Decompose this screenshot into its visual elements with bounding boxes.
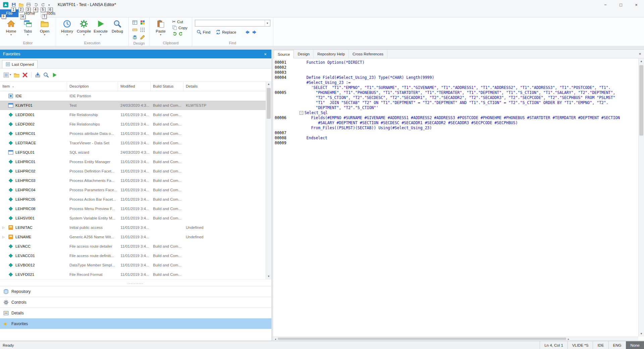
table-row[interactable]: LEVBO012DataType Member Simpl...11/01/20… — [0, 260, 266, 270]
design-edit-tool[interactable] — [139, 34, 146, 41]
tab-repository-help[interactable]: Repository Help — [314, 50, 349, 58]
scroll-right-icon[interactable]: ► — [566, 337, 571, 341]
code-line: 00006Fields(#EMPNO #SURNAME #GIVENAME #A… — [273, 115, 638, 120]
tabs-button[interactable]: Tabs▾ — [19, 18, 36, 36]
column-header-build-status[interactable]: Build Status — [151, 82, 183, 91]
table-row[interactable]: LEVACC01File access route definiti...11/… — [0, 251, 266, 260]
scroll-down-icon[interactable]: ▼ — [266, 273, 271, 279]
execute-button[interactable]: Execute▾ — [92, 18, 109, 36]
nav-item-repository[interactable]: Repository — [0, 286, 271, 297]
nav-item-controls[interactable]: Controls — [0, 297, 271, 307]
combo-dropdown-icon[interactable]: ▾ — [265, 20, 270, 26]
maximize-button[interactable]: □ — [613, 0, 629, 9]
open-button[interactable]: Open▾ — [36, 18, 53, 36]
code-line: 00007 — [273, 131, 638, 136]
code-line: From_Files((PSLMST)(SECTAB)) Using(#Sele… — [273, 126, 638, 131]
compile-button[interactable]: Compile▾ — [75, 18, 92, 36]
table-row[interactable]: LEVFD021File Record Format11/01/2019 3:4… — [0, 270, 266, 279]
undo-green-icon[interactable] — [172, 31, 177, 36]
table-row[interactable]: LEHPRC01Process Entity Manager11/01/2019… — [0, 157, 266, 166]
collapse-icon[interactable]: − — [300, 111, 303, 115]
find-button[interactable]: Find — [195, 29, 212, 35]
scrollbar-thumb[interactable] — [278, 338, 566, 340]
scrollbar-thumb[interactable] — [639, 65, 643, 136]
find-next-icon[interactable] — [252, 30, 257, 35]
ribbon-tab-file[interactable]: FileF — [0, 9, 18, 17]
find-input[interactable] — [195, 20, 265, 26]
tab-design[interactable]: Design — [294, 50, 314, 58]
table-row[interactable]: IDEIDE Partition — [0, 91, 266, 101]
design-snap-tool[interactable] — [139, 27, 146, 33]
scroll-up-icon[interactable]: ▲ — [266, 81, 271, 87]
close-pane-button[interactable]: × — [636, 50, 644, 58]
home-button[interactable]: Home▾ — [3, 18, 19, 36]
column-header-details[interactable]: Details — [183, 82, 266, 91]
scroll-down-icon[interactable]: ▼ — [639, 331, 644, 337]
table-row[interactable]: LEHPRC02Process Definition Facet...11/01… — [0, 166, 266, 176]
nav-item-favorites[interactable]: ★Favorites — [0, 318, 271, 329]
tab-source[interactable]: Source — [274, 50, 294, 58]
scroll-left-icon[interactable]: ◄ — [273, 337, 278, 341]
customize-qat-button[interactable]: ▾6 — [48, 2, 54, 8]
print-button[interactable]: 3 — [25, 2, 32, 8]
find-previous-icon[interactable] — [245, 30, 250, 35]
find-combobox[interactable]: ▾ — [195, 20, 270, 27]
table-row[interactable]: LEDPRC01Process attribute Data o...11/01… — [0, 129, 266, 138]
history-button[interactable]: History▾ — [59, 18, 75, 36]
table-row[interactable]: ▷LENAMEGeneric A256 Name Wit...11/01/201… — [0, 232, 266, 242]
tab-cross-references[interactable]: Cross References — [349, 50, 387, 58]
replace-button[interactable]: Replace — [214, 29, 238, 35]
paste-button[interactable]: Paste ▾ — [152, 18, 169, 36]
new-favorite-button[interactable] — [14, 71, 19, 79]
panel-splitter[interactable]: .......... — [0, 279, 271, 286]
close-panel-button[interactable]: × — [262, 52, 268, 57]
table-row[interactable]: LEHPRC05Process Action Bar Facet...11/01… — [0, 195, 266, 204]
nav-item-details[interactable]: Details — [0, 307, 271, 318]
table-row[interactable]: LEHSV001System Variable Entity M...11/01… — [0, 213, 266, 223]
table-row[interactable]: LEHPRC03Process Attachments Fa...11/01/2… — [0, 176, 266, 185]
modified-cell: 11/01/2019 3:4... — [118, 195, 151, 204]
scroll-up-icon[interactable]: ▲ — [639, 58, 644, 64]
scrollbar-thumb[interactable] — [267, 88, 271, 119]
table-row[interactable]: LEDTRACETraceViewer - Data Set11/01/2019… — [0, 138, 266, 148]
table-row[interactable]: LEVACCFile access route detailer11/01/20… — [0, 242, 266, 251]
expander-icon[interactable]: ▷ — [2, 226, 6, 229]
table-row[interactable]: LEFSQL01SQL wizard24/03/2020 4:3...Build… — [0, 148, 266, 157]
open-button[interactable]: 2 — [18, 2, 24, 8]
item-name: LEHPRC08 — [15, 207, 35, 211]
find-items-button[interactable] — [43, 71, 49, 79]
undo-button[interactable]: 4 — [33, 2, 39, 8]
close-button[interactable]: × — [629, 0, 644, 9]
design-layers-tool[interactable] — [131, 34, 138, 41]
debug-button[interactable]: Debug — [109, 18, 126, 33]
table-row[interactable]: LEDFD001File Relationship11/01/2019 3:4.… — [0, 110, 266, 119]
design-ruler-tool[interactable] — [131, 27, 138, 33]
tab-label: Design — [298, 52, 310, 56]
cut-button[interactable]: ✂ Cut — [170, 19, 189, 24]
editor-vertical-scrollbar[interactable]: ▲ ▼ — [638, 58, 644, 337]
tab-last-opened[interactable]: Last Opened — [2, 60, 38, 68]
remove-favorite-button[interactable] — [22, 71, 28, 79]
column-header-modified[interactable]: Modified — [118, 82, 151, 91]
list-vertical-scrollbar[interactable]: ▲ ▼ — [266, 81, 271, 279]
column-header-description[interactable]: Description — [67, 82, 118, 91]
editor-horizontal-scrollbar[interactable]: ◄ ► — [273, 337, 638, 341]
copy-button[interactable]: Copy — [170, 25, 189, 31]
design-grid-tool[interactable] — [131, 19, 138, 26]
redo-button[interactable]: 5 — [40, 2, 46, 8]
column-header-item[interactable]: Item▲ — [0, 82, 67, 91]
view-mode-button[interactable]: ▾ — [3, 71, 11, 79]
table-row[interactable]: KLWTF01Test24/03/2020 4:3...Build and Co… — [0, 101, 266, 110]
table-row[interactable]: LEHPRC04Process Parameters Face...11/01/… — [0, 185, 266, 195]
expander-icon[interactable]: ▷ — [2, 235, 6, 239]
execute-item-button[interactable] — [52, 71, 57, 79]
source-code-view[interactable]: 00001Function Options(*DIRECT)0000200003… — [273, 58, 638, 337]
table-row[interactable]: LEHPRC08Process Menu Preview F...11/01/2… — [0, 204, 266, 213]
table-row[interactable]: LEDFD002File Relationships11/01/2019 3:4… — [0, 119, 266, 129]
design-palette-tool[interactable] — [139, 19, 146, 26]
table-row[interactable]: ▷LEINITACInitial public access11/01/2019… — [0, 223, 266, 232]
export-button[interactable] — [35, 71, 41, 79]
minimize-button[interactable]: − — [598, 0, 613, 9]
redo-green-icon[interactable] — [178, 31, 183, 36]
save-button[interactable]: 1 — [11, 2, 17, 8]
